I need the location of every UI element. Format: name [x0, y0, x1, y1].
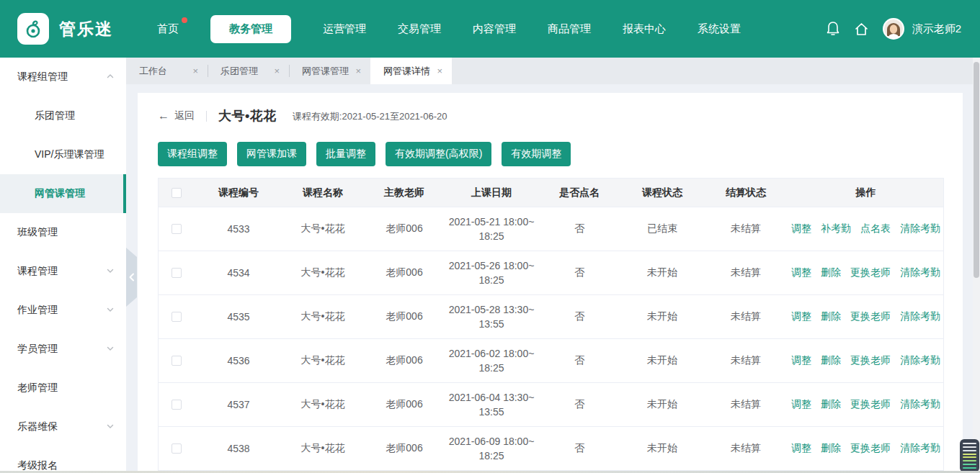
tab[interactable]: 网管课详情× — [370, 58, 452, 84]
sidebar-item[interactable]: 网管课管理 — [0, 174, 126, 213]
action-link[interactable]: 删除 — [821, 266, 841, 279]
action-link[interactable]: 更换老师 — [850, 398, 891, 411]
operations-cell: 调整删除更换老师清除考勤 — [788, 295, 943, 338]
sidebar-item[interactable]: VIP/乐理课管理 — [0, 135, 126, 174]
row-checkbox[interactable] — [172, 443, 182, 454]
sidebar-item[interactable]: 作业管理 — [0, 291, 126, 330]
tab[interactable]: 乐团管理× — [208, 58, 289, 84]
action-link[interactable]: 更换老师 — [850, 354, 891, 367]
column-header: 是否点名 — [538, 179, 621, 207]
sidebar-item[interactable]: 老师管理 — [0, 369, 126, 407]
row-checkbox-cell — [159, 207, 195, 251]
settlement-cell: 未结算 — [703, 251, 788, 294]
tab[interactable]: 网管课管理× — [289, 58, 370, 84]
action-link[interactable]: 点名表 — [860, 222, 891, 235]
action-link[interactable]: 删除 — [821, 310, 841, 323]
row-checkbox[interactable] — [172, 268, 182, 278]
action-link[interactable]: 调整 — [791, 222, 811, 235]
action-link[interactable]: 调整 — [791, 266, 811, 279]
widget-stripe — [963, 456, 976, 458]
rollcall-cell: 否 — [538, 427, 621, 470]
action-link[interactable]: 清除考勤 — [900, 442, 940, 455]
toolbar-button[interactable]: 有效期调整(高权限) — [386, 142, 491, 166]
action-link[interactable]: 调整 — [791, 310, 811, 323]
sidebar-item[interactable]: 课程组管理 — [0, 58, 126, 96]
sidebar-item[interactable]: 乐团管理 — [0, 96, 126, 135]
brand[interactable]: 管乐迷 — [17, 13, 153, 45]
nav-item[interactable]: 交易管理 — [398, 22, 441, 36]
action-link[interactable]: 调整 — [791, 398, 811, 411]
sidebar-item[interactable]: 课程管理 — [0, 252, 126, 291]
course-validity: 课程有效期:2021-05-21至2021-06-20 — [293, 109, 447, 123]
nav-item[interactable]: 内容管理 — [473, 22, 516, 36]
nav-item[interactable]: 报表中心 — [623, 22, 666, 36]
sidebar-item[interactable]: 班级管理 — [0, 213, 126, 252]
floating-widget[interactable] — [960, 439, 979, 472]
toolbar-button[interactable]: 批量调整 — [316, 142, 375, 166]
sidebar-item-label: 课程组管理 — [17, 71, 68, 84]
sidebar-item[interactable]: 学员管理 — [0, 330, 126, 369]
nav-item[interactable]: 系统设置 — [698, 22, 741, 36]
action-link[interactable]: 更换老师 — [850, 442, 891, 455]
teacher-cell: 老师006 — [363, 251, 445, 294]
sidebar-item[interactable]: 考级报名 — [0, 446, 126, 473]
scrollbar-thumb[interactable] — [974, 62, 979, 278]
action-link[interactable]: 删除 — [821, 354, 841, 367]
date-cell: 2021-05-21 18:00~18:25 — [445, 207, 538, 251]
tab[interactable]: 工作台× — [126, 58, 208, 84]
close-icon[interactable]: × — [192, 66, 198, 76]
action-link[interactable]: 清除考勤 — [900, 310, 940, 323]
date-text: 2021-06-02 18:00~18:25 — [447, 346, 536, 375]
nav-item[interactable]: 首页 — [157, 22, 179, 36]
chevron-down-icon — [106, 266, 115, 275]
action-link[interactable]: 清除考勤 — [900, 222, 940, 235]
nav-item[interactable]: 运营管理 — [323, 22, 366, 36]
action-link[interactable]: 调整 — [791, 354, 811, 367]
toolbar-button[interactable]: 课程组调整 — [158, 142, 227, 166]
close-icon[interactable]: × — [437, 66, 442, 76]
date-cell: 2021-06-09 18:00~18:25 — [445, 427, 538, 470]
action-link[interactable]: 清除考勤 — [900, 266, 940, 279]
rollcall-cell: 否 — [538, 339, 621, 382]
action-link[interactable]: 清除考勤 — [900, 398, 940, 411]
sidebar-item-label: 班级管理 — [17, 226, 58, 239]
nav-item[interactable]: 教务管理 — [210, 15, 291, 43]
action-link[interactable]: 调整 — [791, 442, 811, 455]
chevron-down-icon — [106, 305, 115, 314]
brand-name: 管乐迷 — [59, 18, 113, 40]
brand-logo-icon — [17, 13, 49, 45]
back-arrow-icon: ← — [158, 109, 169, 122]
action-link[interactable]: 删除 — [821, 398, 841, 411]
toolbar-button[interactable]: 网管课加课 — [237, 142, 306, 166]
action-link[interactable]: 删除 — [821, 442, 841, 455]
scrollbar — [973, 58, 980, 473]
row-checkbox[interactable] — [172, 400, 182, 410]
close-icon[interactable]: × — [274, 66, 280, 76]
avatar[interactable] — [883, 18, 904, 40]
teacher-cell: 老师006 — [363, 427, 445, 470]
close-icon[interactable]: × — [355, 66, 361, 76]
action-link[interactable]: 更换老师 — [850, 310, 891, 323]
navbar-right: 演示老师2 — [826, 18, 961, 40]
notification-dot — [182, 17, 187, 23]
home-icon[interactable] — [854, 22, 869, 37]
nav-item[interactable]: 商品管理 — [548, 22, 591, 36]
row-checkbox-cell — [159, 427, 195, 470]
action-link[interactable]: 更换老师 — [850, 266, 891, 279]
rollcall-cell: 否 — [538, 383, 621, 426]
column-header: 课程编号 — [195, 179, 282, 207]
action-link[interactable]: 补考勤 — [821, 222, 851, 235]
table-row: 4534大号•花花老师0062021-05-26 18:00~18:25否未开始… — [159, 251, 943, 295]
bell-icon[interactable] — [826, 21, 840, 37]
sidebar-item[interactable]: 乐器维保 — [0, 407, 126, 446]
row-checkbox[interactable] — [172, 312, 182, 322]
row-checkbox[interactable] — [172, 224, 182, 234]
toolbar-button[interactable]: 有效期调整 — [502, 142, 571, 166]
widget-stripe — [963, 464, 976, 465]
select-all-checkbox[interactable] — [172, 188, 182, 198]
row-checkbox[interactable] — [172, 356, 182, 366]
action-link[interactable]: 清除考勤 — [900, 354, 940, 367]
table-header-row: 课程编号课程名称主教老师上课日期是否点名课程状态结算状态操作 — [159, 179, 943, 207]
user-name[interactable]: 演示老师2 — [912, 22, 961, 36]
back-button[interactable]: ← 返回 — [158, 109, 195, 122]
